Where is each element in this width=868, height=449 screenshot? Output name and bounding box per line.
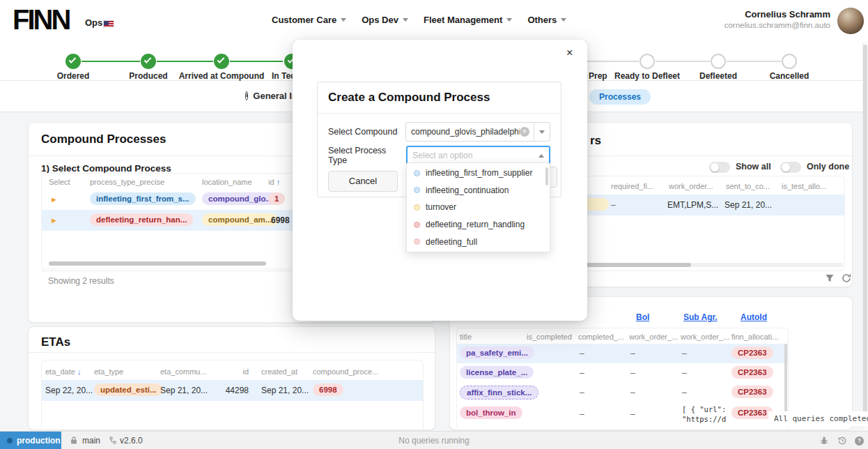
column-header[interactable]: work_order_... <box>681 333 729 341</box>
column-header[interactable]: created_at <box>261 367 297 376</box>
dropdown-option[interactable]: defleeting_return_handling <box>407 216 550 234</box>
column-header[interactable]: finn_allocati... <box>731 333 778 341</box>
column-header[interactable]: sent_to_co... <box>726 182 770 190</box>
debug-bug-icon[interactable] <box>819 436 829 446</box>
id-value[interactable]: 6998 <box>271 215 290 225</box>
dropdown-option[interactable]: defleeting_full <box>407 233 550 250</box>
avatar[interactable] <box>837 8 864 34</box>
work-order-value[interactable]: EMT,LPM,S... <box>667 200 718 210</box>
tab-processes[interactable]: Processes <box>589 89 651 105</box>
completed-value[interactable]: – <box>580 388 584 397</box>
pointing-finger-icon[interactable]: ► <box>50 195 58 204</box>
task-title-tag[interactable]: pa_safety_emi... <box>460 347 534 359</box>
eta-type-tag[interactable]: updated_esti... <box>94 383 163 396</box>
column-header[interactable]: eta_commu... <box>160 367 207 376</box>
nav-customer-care[interactable]: Customer Care <box>272 15 346 25</box>
column-header[interactable]: eta_date ↓ <box>45 367 81 376</box>
finn-allocation-tag[interactable]: CP2363 <box>731 366 773 379</box>
nav-fleet-management[interactable]: Fleet Management <box>424 15 512 25</box>
completed-value[interactable]: – <box>580 368 584 378</box>
finn-allocation-tag[interactable]: CP2363 <box>731 386 773 398</box>
step-pending-icon[interactable] <box>782 54 797 69</box>
table-row[interactable]: affix_finn_stick... – – – CP2363 <box>457 383 788 402</box>
table-row[interactable]: bol_throw_in – – [ { "url": "https://d C… <box>457 402 788 429</box>
column-header[interactable]: work_order_... <box>629 333 678 341</box>
work-order-json-line[interactable]: [ { "url": <box>682 405 726 413</box>
dropdown-option[interactable]: infleeting_continuation <box>407 182 550 199</box>
eta-date[interactable]: Sep 22, 20... <box>45 386 93 395</box>
created-at[interactable]: Sep 21, 20... <box>261 386 309 395</box>
sent-to-value[interactable]: Sep 21, 20... <box>724 200 772 210</box>
pointing-finger-icon[interactable]: ► <box>50 216 58 224</box>
column-header[interactable]: Select <box>49 178 70 186</box>
id-tag[interactable]: 1 <box>268 192 285 205</box>
eta-id[interactable]: 44298 <box>209 386 249 395</box>
autoid-link[interactable]: AutoId <box>741 312 767 322</box>
compound-process-tag[interactable]: 6998 <box>313 383 343 396</box>
column-header[interactable]: work_order... <box>669 182 713 190</box>
column-header[interactable]: completed_... <box>578 333 624 341</box>
work-order-value[interactable]: – <box>682 388 687 397</box>
location-tag[interactable]: compound_am... <box>202 213 278 226</box>
dropdown-option[interactable]: infleeting_first_from_supplier <box>407 165 550 182</box>
step-pending-icon[interactable] <box>711 54 726 69</box>
dropdown-scrollbar[interactable] <box>545 167 548 185</box>
finn-allocation-tag[interactable]: CP2363 <box>731 406 773 419</box>
filter-icon[interactable] <box>825 273 835 283</box>
only-done-toggle[interactable] <box>780 162 801 173</box>
work-order-json-line[interactable]: "https://d <box>682 415 726 423</box>
tab-general-information[interactable]: General Ir <box>245 91 295 101</box>
select-compound-input[interactable]: compound_glovis_philadelphia <box>405 122 550 142</box>
column-header[interactable]: compound_proce... <box>313 367 378 376</box>
table-row-selected[interactable]: Sep 22, 20... updated_esti... Sep 21, 20… <box>42 380 423 401</box>
history-icon[interactable] <box>837 436 847 446</box>
process-type-tag[interactable]: defleeting_return_han... <box>90 213 193 226</box>
chevron-up-icon[interactable] <box>534 154 549 158</box>
help-icon[interactable] <box>855 436 864 446</box>
column-header[interactable]: eta_type <box>94 367 123 376</box>
finn-logo[interactable]: FINN <box>13 4 69 36</box>
location-tag[interactable]: compound_glo... <box>202 192 279 205</box>
column-header[interactable]: required_fi... <box>611 182 653 190</box>
column-header[interactable]: id ↑ <box>268 178 280 186</box>
close-icon[interactable]: × <box>566 47 573 59</box>
table-row[interactable]: license_plate_... – – – CP2363 <box>457 363 788 383</box>
eta-communicated[interactable]: Sep 21, 20... <box>160 386 208 395</box>
table-row-selected[interactable]: pa_safety_emi... – – – CP2363 <box>457 344 788 363</box>
column-header[interactable]: is_test_allo... <box>782 182 826 190</box>
refresh-icon[interactable] <box>842 273 851 283</box>
column-header[interactable]: id <box>209 367 249 376</box>
work-order-value[interactable]: – <box>630 388 635 397</box>
clear-icon[interactable] <box>520 127 529 137</box>
work-order-value[interactable]: – <box>630 349 635 358</box>
dropdown-option[interactable]: turnover <box>407 199 550 216</box>
nav-others[interactable]: Others <box>527 15 566 25</box>
work-order-value[interactable]: – <box>630 368 635 378</box>
task-title-tag[interactable]: bol_throw_in <box>460 406 522 419</box>
step-done-icon[interactable] <box>65 54 81 69</box>
process-type-tag[interactable]: infleeting_first_from_s... <box>90 192 196 205</box>
completed-value[interactable]: – <box>580 409 584 419</box>
step-done-icon[interactable] <box>214 54 229 69</box>
chevron-down-icon[interactable] <box>534 128 550 137</box>
finn-allocation-tag[interactable]: CP2363 <box>731 347 773 359</box>
cancel-button[interactable]: Cancel <box>328 171 398 192</box>
nav-ops-dev[interactable]: Ops Dev <box>362 15 408 25</box>
work-order-value[interactable]: – <box>630 409 635 419</box>
step-done-icon[interactable] <box>141 54 156 69</box>
column-header[interactable]: process_type_precise <box>90 178 164 186</box>
task-title-tag[interactable]: affix_finn_stick... <box>460 386 538 399</box>
sub-agr-link[interactable]: Sub Agr. <box>683 312 718 322</box>
task-title-tag[interactable]: license_plate_... <box>460 366 534 379</box>
page-scrollbar[interactable] <box>863 45 867 421</box>
required-field-value[interactable]: – <box>611 200 616 210</box>
completed-value[interactable]: – <box>580 349 584 358</box>
bol-link[interactable]: Bol <box>636 312 649 322</box>
column-header[interactable]: location_name <box>202 178 252 186</box>
column-header[interactable]: is_completed <box>527 333 572 341</box>
horizontal-scrollbar[interactable] <box>49 261 266 266</box>
work-order-value[interactable]: – <box>682 368 687 378</box>
step-pending-icon[interactable] <box>640 54 655 69</box>
column-header[interactable]: title <box>460 333 472 341</box>
work-order-value[interactable]: – <box>682 349 687 358</box>
